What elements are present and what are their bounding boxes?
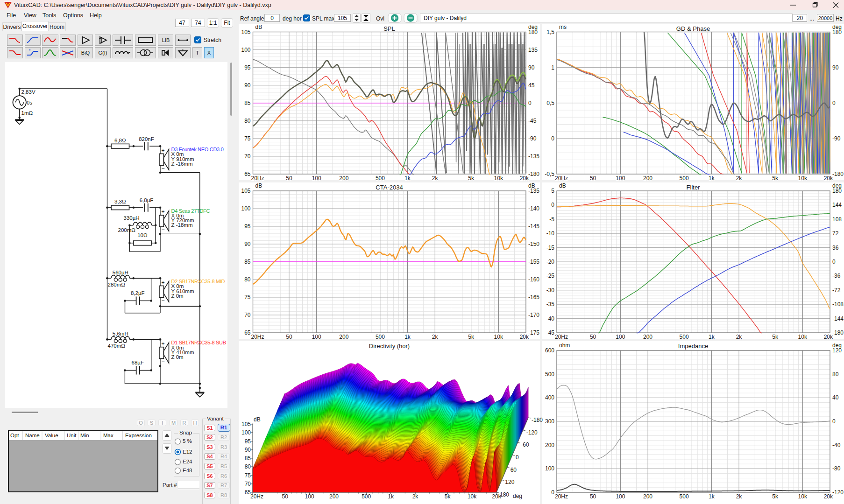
svg-text:1k: 1k [388, 493, 394, 500]
svg-text:Directivity (hor): Directivity (hor) [369, 343, 410, 350]
svg-text:-180: -180 [532, 417, 543, 423]
svg-text:75: 75 [245, 472, 251, 479]
svg-text:10k: 10k [468, 493, 477, 500]
svg-text:80: 80 [245, 463, 251, 470]
svg-text:85: 85 [245, 455, 251, 462]
svg-text:5k: 5k [445, 493, 451, 500]
svg-text:100: 100 [305, 493, 314, 500]
svg-text:100: 100 [241, 429, 251, 436]
svg-text:120: 120 [505, 479, 514, 485]
svg-text:180: 180 [500, 491, 509, 498]
svg-text:50: 50 [282, 493, 289, 500]
svg-text:20Hz: 20Hz [250, 493, 263, 500]
svg-text:70: 70 [245, 481, 251, 487]
svg-text:2k: 2k [412, 493, 419, 500]
svg-text:deg: deg [513, 493, 522, 499]
svg-text:105: 105 [241, 421, 251, 427]
svg-text:-120: -120 [526, 429, 538, 436]
svg-text:200: 200 [329, 493, 339, 500]
svg-text:500: 500 [362, 493, 371, 500]
svg-text:-60: -60 [521, 441, 529, 448]
svg-text:0: 0 [516, 454, 519, 461]
svg-text:60: 60 [511, 467, 517, 473]
svg-text:90: 90 [245, 447, 251, 453]
svg-text:95: 95 [245, 438, 251, 445]
svg-text:dB: dB [254, 416, 261, 423]
